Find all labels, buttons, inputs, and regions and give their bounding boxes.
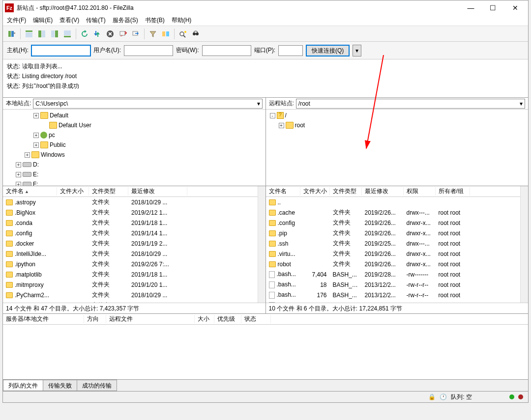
lock-icon: 🔒 (428, 393, 436, 400)
tree-node[interactable]: +E: (5, 169, 264, 179)
toggle-remotetree-icon[interactable] (49, 28, 60, 40)
quickconnect-bar: 主机(H): 用户名(U): 密码(W): 端口(P): 快速连接(Q) ▾ (3, 42, 528, 59)
menu-view[interactable]: 查看(V) (59, 16, 79, 25)
menu-transfer[interactable]: 传输(T) (86, 16, 105, 25)
svg-point-16 (180, 32, 184, 36)
pass-input[interactable] (202, 45, 251, 56)
reconnect-icon[interactable] (130, 28, 142, 40)
sync-browse-icon[interactable] (177, 28, 189, 40)
file-row[interactable]: .virtu...文件夹2019/2/26...drwxr-x...root r… (266, 249, 529, 259)
file-row[interactable]: .bash...7,404BASH_...2019/2/28...-rw----… (266, 269, 529, 280)
remote-tree[interactable]: -/+root (266, 110, 529, 186)
search-icon[interactable] (190, 28, 202, 40)
file-row[interactable]: .ssh文件夹2019/2/25...drwx---...root root (266, 238, 529, 249)
refresh-icon[interactable] (79, 28, 90, 40)
remote-path-combo[interactable]: /root▾ (296, 99, 525, 109)
menu-edit[interactable]: 编辑(E) (33, 16, 53, 25)
tree-node[interactable]: +F: (5, 179, 264, 186)
status-led-green (509, 394, 514, 399)
process-queue-icon[interactable] (91, 28, 103, 40)
svg-rect-10 (64, 36, 71, 37)
scrollbar[interactable] (258, 186, 266, 303)
file-row[interactable]: .mitmproxy文件夹2019/1/20 1... (3, 280, 266, 290)
user-input[interactable] (124, 45, 173, 56)
tree-node[interactable]: +D: (5, 160, 264, 169)
file-row[interactable]: .docker文件夹2019/1/19 2... (3, 238, 266, 249)
svg-rect-7 (51, 30, 55, 37)
local-path-combo[interactable]: C:\Users\pc\▾ (33, 99, 262, 109)
remote-file-list[interactable]: ...cache文件夹2019/2/26...drwx---...root ro… (266, 197, 529, 303)
host-label: 主机(H): (7, 46, 29, 55)
svg-rect-1 (11, 31, 14, 37)
quickconnect-button[interactable]: 快速连接(Q) (306, 45, 350, 56)
toggle-localtree-icon[interactable] (36, 28, 48, 40)
file-row[interactable]: .bash...176BASH_...2013/12/2...-rw-r--r-… (266, 290, 529, 300)
queue-status: 队列: 空 (451, 393, 472, 401)
file-row[interactable]: .cache文件夹2019/2/26...drwx---...root root (266, 207, 529, 218)
compare-icon[interactable] (160, 28, 172, 40)
file-row[interactable]: .. (266, 197, 529, 207)
maximize-button[interactable]: ☐ (482, 1, 504, 15)
tree-node[interactable]: +pc (5, 130, 264, 140)
queue-pane[interactable]: 服务器/本地文件 方向 远程文件 大小 优先级 状态 (3, 314, 528, 380)
titlebar: Fz 新站点 - sftp://root@47.102.201.80 - Fil… (3, 0, 528, 15)
svg-point-17 (184, 31, 186, 33)
site-manager-icon[interactable] (6, 28, 18, 40)
file-row[interactable]: .IntelliJIde...文件夹2018/10/29 ... (3, 249, 266, 259)
tab-queued[interactable]: 列队的文件 (3, 380, 43, 391)
local-file-header[interactable]: 文件名▲ 文件大小 文件类型 最近修改 (3, 186, 266, 197)
port-label: 端口(P): (254, 46, 275, 55)
pass-label: 密码(W): (176, 46, 199, 55)
menu-help[interactable]: 帮助(H) (172, 16, 192, 25)
quickconnect-dropdown[interactable]: ▾ (353, 45, 361, 56)
close-button[interactable]: ✕ (504, 1, 526, 15)
file-row[interactable]: .config文件夹2019/2/26...drwxr-x...root roo… (266, 218, 529, 228)
tab-success[interactable]: 成功的传输 (77, 380, 117, 391)
port-input[interactable] (278, 45, 303, 56)
file-row[interactable]: .conda文件夹2019/1/18 1... (3, 218, 266, 228)
statusbar: 🔒 🕐 队列: 空 (3, 392, 528, 402)
menu-server[interactable]: 服务器(S) (113, 16, 138, 25)
toggle-queue-icon[interactable] (61, 28, 73, 40)
tree-node[interactable]: +Windows (5, 150, 264, 160)
file-row[interactable]: .PyCharm2...文件夹2018/10/29 ... (3, 290, 266, 300)
svg-rect-9 (64, 30, 71, 35)
file-row[interactable]: robot文件夹2019/2/26...drwxr-x...root root (266, 259, 529, 269)
clock-icon: 🕐 (440, 393, 447, 400)
file-row[interactable]: .astropy文件夹2018/10/29 ... (3, 197, 266, 207)
svg-rect-12 (120, 31, 125, 35)
filter-icon[interactable] (147, 28, 159, 40)
scrollbar[interactable] (520, 186, 528, 303)
file-row[interactable]: .BigNox文件夹2019/2/12 1... (3, 207, 266, 218)
svg-rect-5 (38, 30, 41, 37)
tree-node[interactable]: +Public (5, 140, 264, 150)
file-row[interactable]: .pip文件夹2019/2/26...drwxr-x...root root (266, 228, 529, 238)
disconnect-icon[interactable] (117, 28, 129, 40)
local-tree[interactable]: +DefaultDefault User+pc+Public+Windows+D… (3, 110, 266, 186)
tree-node[interactable]: +Default (5, 111, 264, 120)
svg-rect-3 (26, 30, 32, 32)
minimize-button[interactable]: ― (460, 1, 482, 15)
remote-path-label: 远程站点: (269, 99, 294, 108)
menu-bookmarks[interactable]: 书签(B) (145, 16, 165, 25)
remote-file-header[interactable]: 文件名 文件大小 文件类型 最近修改 权限 所有者/组 (266, 186, 529, 197)
tree-node[interactable]: -/ (268, 111, 527, 120)
file-row[interactable]: .matplotlib文件夹2019/1/18 1... (3, 269, 266, 280)
message-log[interactable]: 状态: 读取目录列表... 状态: Listing directory /roo… (3, 59, 528, 98)
toggle-log-icon[interactable] (23, 28, 35, 40)
host-input[interactable] (31, 45, 90, 56)
file-row[interactable]: .ipython文件夹2019/2/26 7:... (3, 259, 266, 269)
tab-failed[interactable]: 传输失败 (43, 380, 77, 391)
svg-rect-8 (55, 30, 58, 37)
tree-node[interactable]: Default User (5, 120, 264, 130)
tree-node[interactable]: +root (268, 120, 527, 130)
file-row[interactable]: .bash...18BASH_L...2013/12/2...-rw-r--r-… (266, 280, 529, 290)
menu-file[interactable]: 文件(F) (7, 16, 26, 25)
cancel-icon[interactable] (104, 28, 116, 40)
svg-rect-14 (162, 31, 165, 36)
local-file-list[interactable]: .astropy文件夹2018/10/29 ....BigNox文件夹2019/… (3, 197, 266, 303)
queue-header[interactable]: 服务器/本地文件 方向 远程文件 大小 优先级 状态 (3, 314, 528, 325)
remote-file-pane: 文件名 文件大小 文件类型 最近修改 权限 所有者/组 ...cache文件夹2… (266, 186, 529, 313)
queue-tabs: 列队的文件 传输失败 成功的传输 (3, 380, 528, 392)
file-row[interactable]: .config文件夹2019/1/14 1... (3, 228, 266, 238)
